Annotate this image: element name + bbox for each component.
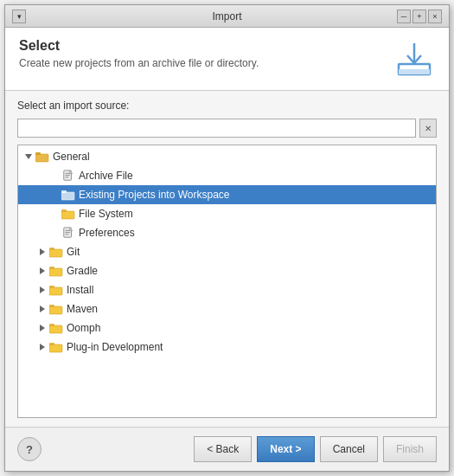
folder-icon-svg [61, 208, 75, 220]
header-text: Select Create new projects from an archi… [19, 38, 259, 69]
tree-item-preferences[interactable]: Preferences [18, 223, 436, 242]
tree-list: General Archive File Existing Projects i… [18, 145, 436, 417]
tree-container: General Archive File Existing Projects i… [17, 145, 437, 418]
tree-item-label: Install [67, 284, 93, 296]
close-button[interactable]: × [428, 10, 442, 23]
footer: ? < Back Next > Cancel Finish [5, 427, 449, 471]
folder-icon [49, 284, 63, 296]
tree-item-plugin-dev[interactable]: Plug-in Development [18, 338, 436, 357]
svg-rect-30 [49, 305, 54, 307]
titlebar-controls: ─ + × [397, 10, 442, 23]
tree-item-label: General [53, 151, 90, 163]
folder-icon [61, 208, 75, 220]
tree-item-existing-projects[interactable]: Existing Projects into Workspace [18, 185, 436, 204]
tree-item-label: Plug-in Development [67, 341, 163, 353]
svg-rect-21 [49, 248, 54, 250]
tree-item-install[interactable]: Install [18, 280, 436, 299]
svg-rect-20 [49, 249, 62, 257]
cancel-button[interactable]: Cancel [320, 436, 378, 462]
folder-icon [61, 189, 75, 201]
triangle-icon [39, 248, 46, 255]
svg-rect-24 [49, 267, 54, 269]
folder-icon-svg [61, 189, 75, 201]
folder-icon-svg [49, 322, 63, 334]
svg-rect-13 [61, 211, 74, 219]
tree-item-gradle[interactable]: Gradle [18, 261, 436, 280]
search-row: ✕ [17, 119, 437, 138]
footer-left: ? [17, 437, 42, 461]
folder-icon-svg [35, 151, 49, 163]
page-title: Select [19, 38, 259, 54]
folder-icon [49, 322, 63, 334]
triangle-icon [25, 153, 32, 160]
svg-rect-1 [399, 69, 430, 74]
tree-item-general[interactable]: General [18, 147, 436, 166]
doc-icon [61, 227, 75, 239]
folder-icon [49, 341, 63, 353]
clear-button[interactable]: ✕ [419, 119, 437, 138]
folder-icon-svg [49, 341, 63, 353]
content-area: Select an import source: ✕ General Archi… [5, 91, 449, 427]
maximize-button[interactable]: + [412, 10, 426, 23]
svg-rect-29 [49, 306, 62, 314]
footer-buttons: < Back Next > Cancel Finish [194, 436, 437, 462]
back-button[interactable]: < Back [194, 436, 252, 462]
svg-rect-11 [61, 190, 67, 193]
folder-icon-svg [49, 303, 63, 315]
tree-item-label: File System [79, 208, 133, 220]
doc-icon-svg [61, 170, 75, 182]
tree-item-label: Archive File [79, 170, 133, 182]
doc-icon-svg [61, 227, 75, 239]
tree-item-label: Git [67, 246, 80, 258]
search-input[interactable] [17, 119, 416, 138]
import-icon-svg [393, 38, 435, 80]
svg-rect-26 [49, 287, 62, 295]
folder-open-icon [35, 151, 49, 163]
tree-item-oomph[interactable]: Oomph [18, 318, 436, 338]
svg-rect-36 [49, 343, 54, 345]
tree-item-label: Preferences [79, 227, 135, 239]
svg-rect-4 [35, 152, 41, 155]
tree-item-archive-file[interactable]: Archive File [18, 166, 436, 185]
next-button[interactable]: Next > [257, 436, 314, 462]
tree-item-label: Maven [67, 303, 98, 315]
titlebar-left: ▾ [12, 10, 26, 23]
tree-item-git[interactable]: Git [18, 242, 436, 261]
folder-icon-svg [49, 246, 63, 258]
doc-icon [61, 170, 75, 182]
svg-rect-23 [49, 268, 62, 276]
svg-rect-32 [49, 325, 62, 333]
window-menu-button[interactable]: ▾ [12, 10, 26, 23]
page-description: Create new projects from an archive file… [19, 57, 259, 69]
svg-rect-33 [49, 324, 54, 326]
tree-item-label: Existing Projects into Workspace [79, 189, 230, 201]
folder-icon-svg [49, 284, 63, 296]
tree-item-file-system[interactable]: File System [18, 204, 436, 223]
tree-item-maven[interactable]: Maven [18, 299, 436, 318]
titlebar: ▾ Import ─ + × [5, 5, 449, 28]
svg-rect-14 [61, 209, 67, 212]
tree-item-label: Oomph [67, 322, 100, 334]
svg-rect-10 [61, 192, 74, 200]
svg-rect-35 [49, 344, 62, 352]
window-title: Import [212, 10, 241, 23]
header-icon [393, 38, 435, 80]
triangle-icon [39, 306, 46, 312]
svg-rect-27 [49, 286, 54, 288]
triangle-icon [39, 344, 46, 351]
triangle-icon [39, 325, 46, 331]
minimize-button[interactable]: ─ [397, 10, 411, 23]
svg-rect-3 [35, 154, 48, 162]
folder-icon [49, 265, 63, 277]
tree-item-label: Gradle [67, 265, 98, 277]
triangle-icon [39, 286, 46, 293]
folder-icon [49, 303, 63, 315]
triangle-icon [39, 267, 46, 274]
finish-button[interactable]: Finish [383, 436, 437, 462]
header-section: Select Create new projects from an archi… [5, 28, 449, 91]
folder-icon [49, 246, 63, 258]
search-label: Select an import source: [17, 100, 437, 112]
help-button[interactable]: ? [17, 437, 42, 461]
import-dialog: ▾ Import ─ + × Select Create new project… [4, 4, 450, 472]
folder-icon-svg [49, 265, 63, 277]
